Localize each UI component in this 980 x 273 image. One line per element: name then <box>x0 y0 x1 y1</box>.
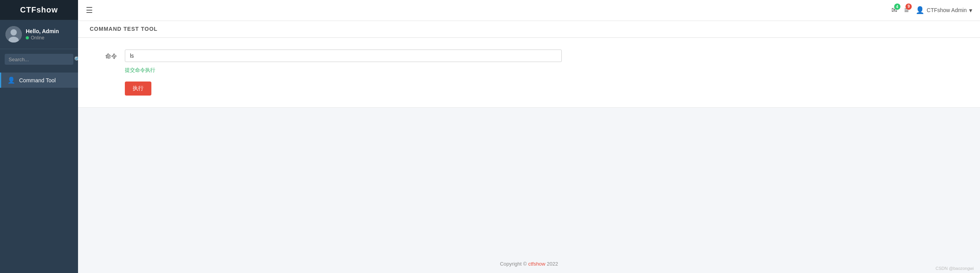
form-fields: 提交命令执行 执行 <box>125 50 562 96</box>
submit-hint: 提交命令执行 <box>125 67 562 74</box>
sidebar-item-label: Command Tool <box>19 77 56 83</box>
topbar: ☰ ✉ 4 ≡ 9 👤 CTFshow Admin ▾ <box>78 0 980 20</box>
sidebar: CTFshow Hello, Admin Online 🔍 👤 Command … <box>0 0 78 273</box>
bell-notification[interactable]: ≡ 9 <box>904 6 909 15</box>
user-dropdown[interactable]: 👤 CTFshow Admin ▾ <box>916 6 972 14</box>
page-title: COMMAND TEST TOOL <box>78 20 980 38</box>
dropdown-arrow-icon: ▾ <box>969 7 972 14</box>
form-card: 命令 提交命令执行 执行 <box>78 38 980 108</box>
footer-text-before: Copyright © <box>500 261 528 267</box>
cmd-input[interactable] <box>125 50 562 62</box>
bell-badge: 9 <box>905 4 912 10</box>
user-name: Hello, Admin <box>26 28 59 34</box>
user-dropdown-label: CTFshow Admin <box>927 7 967 13</box>
cmd-label: 命令 <box>94 50 117 60</box>
footer-link[interactable]: ctfshow <box>528 261 545 267</box>
topbar-left: ☰ <box>86 5 93 15</box>
mail-badge: 4 <box>894 4 900 10</box>
form-row: 命令 提交命令执行 执行 <box>94 50 562 96</box>
status-dot <box>26 36 29 39</box>
search-input[interactable] <box>9 57 74 62</box>
footer: Copyright © ctfshow 2022 <box>78 249 980 273</box>
status-label: Online <box>31 35 44 41</box>
footer-text-after: 2022 <box>545 261 558 267</box>
user-info: Hello, Admin Online <box>26 28 59 41</box>
avatar <box>5 26 22 43</box>
watermark: CSDN @baozongwi <box>936 266 974 271</box>
sidebar-item-command-tool[interactable]: 👤 Command Tool <box>0 73 78 88</box>
main: ☰ ✉ 4 ≡ 9 👤 CTFshow Admin ▾ COMMAND TEST… <box>78 0 980 273</box>
content: COMMAND TEST TOOL 命令 提交命令执行 执行 <box>78 20 980 249</box>
sidebar-nav: 👤 Command Tool <box>0 73 78 88</box>
mail-notification[interactable]: ✉ 4 <box>891 6 897 14</box>
sidebar-logo: CTFshow <box>0 0 78 20</box>
user-avatar-icon: 👤 <box>916 6 924 14</box>
hamburger-icon[interactable]: ☰ <box>86 5 93 15</box>
sidebar-user: Hello, Admin Online <box>0 20 78 49</box>
command-tool-icon: 👤 <box>7 76 15 84</box>
sidebar-search[interactable]: 🔍 <box>5 54 73 65</box>
execute-button[interactable]: 执行 <box>125 82 151 96</box>
topbar-right: ✉ 4 ≡ 9 👤 CTFshow Admin ▾ <box>891 6 972 15</box>
svg-point-1 <box>11 29 17 35</box>
user-status: Online <box>26 35 59 41</box>
